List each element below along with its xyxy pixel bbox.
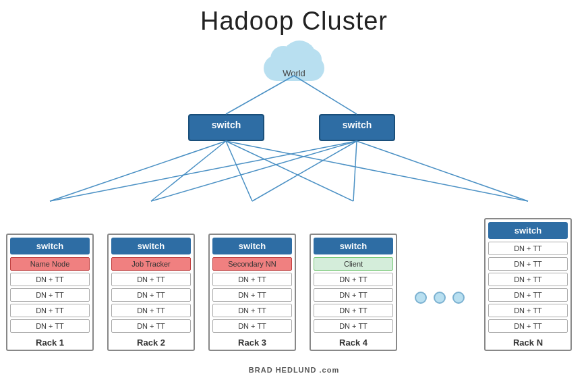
rack2-dn2: DN + TT [111,288,191,302]
svg-line-9 [353,141,357,201]
rack4: switch Client DN + TT DN + TT DN + TT DN… [310,234,397,351]
svg-line-5 [226,141,353,201]
rack3-switch: switch [212,238,292,254]
rackn-dn2: DN + TT [488,257,568,271]
rack2-jobtracker: Job Tracker [111,257,191,271]
ellipsis-dots [415,292,465,304]
rack3-secondary: Secondary NN [212,257,292,271]
svg-line-4 [226,141,252,201]
svg-line-6 [50,141,357,201]
rack4-client: Client [314,257,393,271]
rack3: switch Secondary NN DN + TT DN + TT DN +… [208,234,296,351]
svg-line-0 [226,76,294,114]
rack3-dn1: DN + TT [212,273,292,286]
svg-line-2 [50,141,226,201]
svg-line-1 [294,76,357,114]
rack3-dn2: DN + TT [212,288,292,302]
svg-line-3 [151,141,226,201]
rackn-dn1: DN + TT [488,242,568,255]
rack4-dn3: DN + TT [314,304,393,317]
rack3-dn4: DN + TT [212,319,292,333]
svg-line-10 [357,141,528,201]
rack4-dn2: DN + TT [314,288,393,302]
page-title: Hadoop Cluster [0,0,588,36]
rack1-dn4: DN + TT [10,319,90,333]
rackn-dn6: DN + TT [488,319,568,333]
dot1 [415,292,427,304]
rack2: switch Job Tracker DN + TT DN + TT DN + … [107,234,195,351]
cloud-body: World [264,55,324,81]
svg-line-7 [151,141,357,201]
rack1-switch: switch [10,238,90,254]
rackn-dn5: DN + TT [488,304,568,317]
svg-line-11 [226,141,528,201]
rack2-dn1: DN + TT [111,273,191,286]
rack4-dn4: DN + TT [314,319,393,333]
rackn-label: Rack N [486,335,570,350]
svg-line-8 [252,141,357,201]
dot3 [452,292,465,304]
rack4-label: Rack 4 [311,335,396,350]
rack4-dn1: DN + TT [314,273,393,286]
rack1-dn2: DN + TT [10,288,90,302]
rackn-switch: switch [488,222,568,239]
rack1-namenode: Name Node [10,257,90,271]
rack3-dn3: DN + TT [212,304,292,317]
rackn-dn4: DN + TT [488,288,568,302]
rack3-label: Rack 3 [210,335,295,350]
dot2 [434,292,446,304]
rack1: switch Name Node DN + TT DN + TT DN + TT… [6,234,94,351]
cloud-container: World [264,46,324,74]
rack2-dn4: DN + TT [111,319,191,333]
rack1-dn1: DN + TT [10,273,90,286]
rack1-label: Rack 1 [7,335,92,350]
cloud-shape: World [264,46,324,72]
top-switch-right: switch [319,114,395,141]
cloud-label: World [283,68,305,78]
top-switch-left: switch [188,114,264,141]
rack-n: switch DN + TT DN + TT DN + TT DN + TT D… [484,218,572,351]
rackn-dn3: DN + TT [488,273,568,286]
footer-credit: BRAD HEDLUND .com [249,366,339,374]
rack4-switch: switch [314,238,393,254]
rack2-label: Rack 2 [109,335,194,350]
rack1-dn3: DN + TT [10,304,90,317]
rack2-switch: switch [111,238,191,254]
rack2-dn3: DN + TT [111,304,191,317]
